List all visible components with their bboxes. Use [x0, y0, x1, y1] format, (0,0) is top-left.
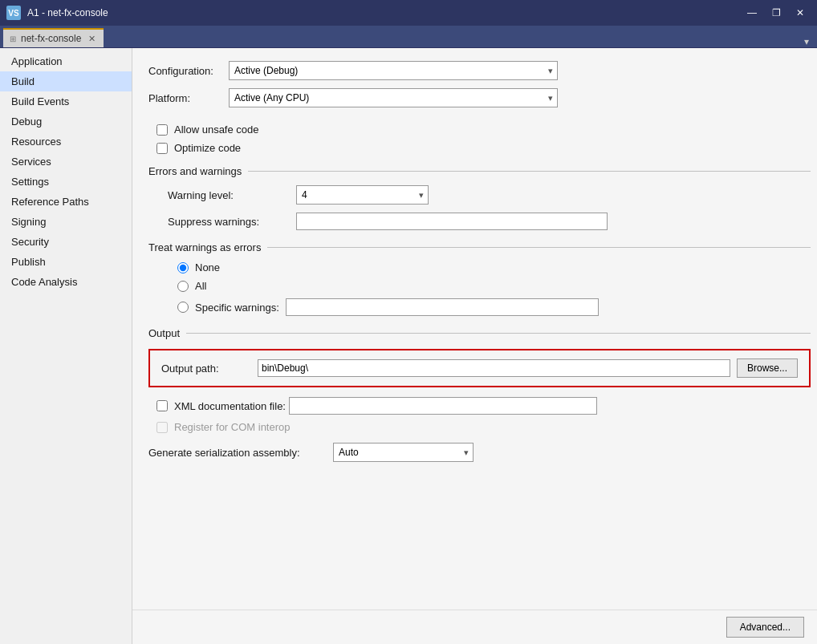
main-layout: Application Build Build Events Debug Res… — [0, 48, 817, 644]
tab-close-button[interactable]: ✕ — [86, 33, 97, 44]
tab-label: net-fx-console — [21, 33, 81, 44]
pin-icon: ⊞ — [10, 34, 16, 43]
generate-serialization-label: Generate serialization assembly: — [148, 447, 333, 459]
sidebar-item-debug[interactable]: Debug — [0, 111, 132, 132]
radio-none[interactable] — [177, 262, 189, 273]
content-scroll[interactable]: Configuration: Active (Debug) Platform: … — [132, 48, 817, 610]
sidebar-item-security[interactable]: Security — [0, 232, 132, 252]
tab-dropdown-button[interactable]: ▾ — [799, 36, 814, 47]
close-button[interactable]: ✕ — [790, 6, 811, 20]
specific-warnings-input[interactable] — [286, 298, 599, 316]
warning-level-label: Warning level: — [168, 189, 296, 201]
xml-doc-label: XML documentation file: — [174, 400, 286, 412]
platform-select-wrapper: Active (Any CPU) — [229, 88, 558, 107]
window-title: A1 - net-fx-console — [27, 7, 742, 18]
suppress-warnings-row: Suppress warnings: — [148, 213, 811, 230]
title-bar: VS A1 - net-fx-console — ❐ ✕ — [0, 0, 817, 26]
generate-serialization-row: Generate serialization assembly: Auto — [148, 443, 811, 462]
radio-all-row: All — [177, 280, 811, 292]
output-path-label: Output path: — [161, 363, 258, 375]
output-section-header: Output — [148, 327, 811, 339]
radio-none-row: None — [177, 261, 811, 273]
document-tab[interactable]: ⊞ net-fx-console ✕ — [3, 28, 104, 47]
sidebar: Application Build Build Events Debug Res… — [0, 48, 132, 644]
bottom-bar: Advanced... — [132, 610, 817, 644]
configuration-row: Configuration: Active (Debug) — [148, 61, 811, 80]
optimize-code-label: Optimize code — [174, 142, 241, 154]
treat-warnings-section: Treat warnings as errors — [148, 241, 811, 253]
suppress-warnings-input[interactable] — [296, 213, 608, 230]
app-icon: VS — [6, 6, 21, 20]
sidebar-item-services[interactable]: Services — [0, 152, 132, 172]
warning-level-row: Warning level: 4 — [148, 185, 811, 205]
radio-all[interactable] — [177, 281, 189, 292]
advanced-button[interactable]: Advanced... — [726, 617, 804, 638]
sidebar-item-publish[interactable]: Publish — [0, 252, 132, 272]
treat-warnings-title: Treat warnings as errors — [148, 241, 261, 253]
com-interop-row: Register for COM interop — [148, 421, 811, 433]
errors-warnings-title: Errors and warnings — [148, 165, 242, 177]
suppress-warnings-label: Suppress warnings: — [168, 216, 296, 228]
radio-specific-row: Specific warnings: — [177, 298, 811, 316]
generate-serialization-select[interactable]: Auto — [333, 443, 474, 462]
radio-specific[interactable] — [177, 302, 189, 313]
output-title: Output — [148, 327, 180, 339]
sidebar-item-build[interactable]: Build — [0, 71, 132, 91]
output-path-row: Output path: Browse... — [161, 358, 798, 378]
treat-warnings-radio-group: None All Specific warnings: — [148, 261, 811, 316]
unsafe-code-checkbox[interactable] — [156, 124, 168, 136]
radio-none-label: None — [195, 261, 220, 273]
xml-doc-row: XML documentation file: — [148, 397, 811, 415]
unsafe-code-label: Allow unsafe code — [174, 124, 259, 136]
unsafe-code-row: Allow unsafe code — [148, 124, 811, 136]
warning-level-select-wrapper: 4 — [296, 185, 429, 205]
sidebar-item-signing[interactable]: Signing — [0, 212, 132, 232]
xml-doc-checkbox[interactable] — [156, 400, 168, 411]
configuration-select-wrapper: Active (Debug) — [229, 61, 558, 80]
optimize-code-row: Optimize code — [148, 142, 811, 154]
sidebar-item-code-analysis[interactable]: Code Analysis — [0, 272, 132, 292]
generate-serialization-wrapper: Auto — [333, 443, 474, 462]
com-interop-label: Register for COM interop — [174, 421, 291, 433]
platform-row: Platform: Active (Any CPU) — [148, 88, 811, 107]
content-area: Configuration: Active (Debug) Platform: … — [132, 48, 817, 644]
tab-bar: ⊞ net-fx-console ✕ ▾ — [0, 26, 817, 48]
radio-all-label: All — [195, 280, 206, 292]
configuration-select[interactable]: Active (Debug) — [229, 61, 558, 80]
sidebar-item-build-events[interactable]: Build Events — [0, 91, 132, 111]
browse-button[interactable]: Browse... — [737, 358, 798, 378]
sidebar-item-reference-paths[interactable]: Reference Paths — [0, 192, 132, 212]
restore-button[interactable]: ❐ — [766, 6, 787, 20]
output-section: Output path: Browse... — [148, 349, 811, 387]
optimize-code-checkbox[interactable] — [156, 143, 168, 154]
radio-specific-label: Specific warnings: — [195, 302, 279, 314]
sidebar-item-application[interactable]: Application — [0, 51, 132, 71]
treat-warnings-divider — [267, 247, 811, 248]
platform-select[interactable]: Active (Any CPU) — [229, 88, 558, 107]
output-divider — [186, 333, 811, 334]
platform-label: Platform: — [148, 92, 229, 104]
section-divider — [248, 171, 811, 172]
output-path-input[interactable] — [258, 359, 730, 377]
window-controls: — ❐ ✕ — [742, 6, 811, 20]
configuration-label: Configuration: — [148, 65, 229, 77]
errors-warnings-section: Errors and warnings — [148, 165, 811, 177]
sidebar-item-resources[interactable]: Resources — [0, 132, 132, 152]
com-interop-checkbox[interactable] — [156, 422, 168, 433]
warning-level-select[interactable]: 4 — [296, 185, 429, 205]
minimize-button[interactable]: — — [742, 6, 762, 20]
sidebar-item-settings[interactable]: Settings — [0, 172, 132, 192]
xml-doc-input[interactable] — [289, 397, 597, 415]
